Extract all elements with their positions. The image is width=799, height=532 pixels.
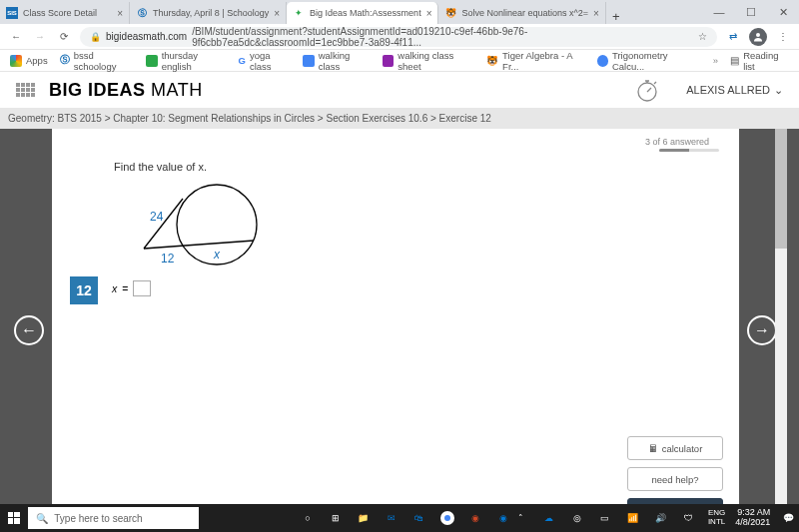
bookmark-trig[interactable]: Trigonometry Calcu... [597,50,697,72]
chevron-down-icon: ⌄ [774,84,783,97]
profile-avatar[interactable] [749,28,767,46]
help-button[interactable]: need help? [627,467,723,491]
bookmark-tiger[interactable]: 🐯Tiger Algebra - A Fr... [486,50,585,72]
maximize-button[interactable]: ☐ [735,0,767,24]
tray-chevron-icon[interactable]: ˄ [512,509,530,527]
language-indicator[interactable]: ENGINTL [708,509,725,527]
battery-icon[interactable]: ▭ [596,509,614,527]
task-view-icon[interactable]: ⊞ [327,509,345,527]
svg-point-0 [756,33,760,37]
explorer-icon[interactable]: 📁 [355,509,373,527]
forward-button[interactable]: → [32,31,48,42]
url-input[interactable]: 🔒 bigideasmath.com/BIM/student/assignmen… [80,27,717,47]
progress-fill [659,149,689,152]
taskbar-apps: ○ ⊞ 📁 ✉ 🛍 ◉ ◉ [299,509,512,527]
volume-icon[interactable]: 🔊 [652,509,670,527]
new-tab-button[interactable]: + [606,9,626,24]
answer-row: x = [112,280,151,296]
close-icon[interactable]: × [274,8,280,19]
next-question-button[interactable]: → [747,315,777,345]
chrome-icon[interactable] [438,509,456,527]
clock[interactable]: 9:32 AM4/8/2021 [735,508,770,528]
url-host: bigideasmath.com [106,31,187,42]
schoology-icon: Ⓢ [136,7,148,19]
tab-3[interactable]: 🐯Solve Nonlinear equations x^2=× [438,2,605,24]
lock-icon: 🔒 [90,32,101,42]
minimize-button[interactable]: — [703,0,735,24]
close-button[interactable]: ✕ [767,0,799,24]
grip-icon[interactable] [16,83,35,97]
wifi-icon[interactable]: 📶 [624,509,642,527]
sis-icon: SIS [6,7,18,19]
close-icon[interactable]: × [426,8,432,19]
apps-button[interactable]: Apps [10,55,48,67]
search-icon: 🔍 [36,513,48,524]
close-icon[interactable]: × [593,8,599,19]
svg-rect-7 [8,518,13,524]
question-prompt: Find the value of x. [114,161,207,173]
app-header: BIG IDEAS MATH ALEXIS ALLRED⌄ [0,72,799,108]
evernote-icon [146,55,157,67]
brand-logo: BIG IDEAS MATH [49,80,203,101]
tab-label: Solve Nonlinear equations x^2= [461,8,588,18]
breadcrumb: Geometry: BTS 2015 > Chapter 10: Segment… [0,108,799,129]
svg-point-10 [444,515,450,521]
menu-button[interactable]: ⋮ [775,31,791,42]
bookmark-bssd[interactable]: Ⓢbssd schoology [60,50,135,72]
doc-icon [303,55,314,67]
apps-icon [10,55,22,67]
stopwatch-icon[interactable] [634,77,660,103]
svg-rect-8 [14,518,20,524]
scrollbar-thumb[interactable] [775,129,787,249]
tab-0[interactable]: SISClass Score Detail× [0,2,130,24]
bookmark-overflow[interactable]: » [713,55,718,66]
equals-sign: = [122,282,128,294]
edge-icon[interactable]: ◉ [494,509,512,527]
star-icon[interactable]: ☆ [698,31,707,42]
onedrive-icon[interactable]: ☁ [540,509,558,527]
taskbar-search[interactable]: 🔍Type here to search [28,507,199,529]
bookmark-walking[interactable]: walking class [303,50,371,72]
address-bar: ← → ⟳ 🔒 bigideasmath.com/BIM/student/ass… [0,24,799,50]
vertical-scrollbar[interactable] [775,129,787,532]
tab-2-active[interactable]: ✦Big Ideas Math:Assessment× [287,2,438,24]
svg-line-4 [144,241,254,249]
extensions-button[interactable]: ⇄ [725,31,741,42]
location-icon[interactable]: ◎ [568,509,586,527]
start-button[interactable] [0,512,28,524]
svg-rect-5 [8,512,13,517]
bookmarks-bar: Apps Ⓢbssd schoology thursday english Gy… [0,50,799,72]
tab-label: Class Score Detail [23,8,97,18]
bookmark-walking-sheet[interactable]: walking class sheet [383,50,474,72]
powerpoint-icon[interactable]: ◉ [466,509,484,527]
tab-label: Big Ideas Math:Assessment [310,8,421,18]
bookmark-english[interactable]: thursday english [146,50,226,72]
answer-input[interactable] [133,280,151,296]
store-icon[interactable]: 🛍 [410,509,428,527]
notifications-button[interactable]: 💬 [778,513,799,523]
reading-list-button[interactable]: ▤Reading list [730,50,789,72]
progress-bar [659,149,719,152]
sheet-icon [383,55,394,67]
chord-label: x [213,248,221,262]
calculator-button[interactable]: 🖩calculator [627,436,723,460]
worksheet: 3 of 6 answered Find the value of x. 24 … [52,129,739,532]
svg-rect-6 [14,512,20,517]
cortana-icon[interactable]: ○ [299,509,317,527]
tab-1[interactable]: ⓈThursday, April 8 | Schoology× [130,2,287,24]
browser-tabs: SISClass Score Detail× ⓈThursday, April … [0,0,799,24]
exercise-canvas: ← 3 of 6 answered Find the value of x. 2… [0,129,799,532]
progress-label: 3 of 6 answered [645,137,709,147]
calculator-icon: 🖩 [648,443,658,454]
close-icon[interactable]: × [117,8,123,19]
mail-icon[interactable]: ✉ [383,509,400,527]
security-icon[interactable]: 🛡 [680,509,698,527]
reload-button[interactable]: ⟳ [56,31,72,42]
back-button[interactable]: ← [8,31,24,42]
prev-question-button[interactable]: ← [14,315,44,345]
taskbar: 🔍Type here to search ○ ⊞ 📁 ✉ 🛍 ◉ ◉ ˄ ☁ ◎… [0,504,799,532]
bookmark-yoga[interactable]: Gyoga class [238,50,291,72]
tangent-label: 24 [150,210,164,224]
user-menu[interactable]: ALEXIS ALLRED⌄ [686,84,783,97]
google-icon: G [238,55,245,66]
